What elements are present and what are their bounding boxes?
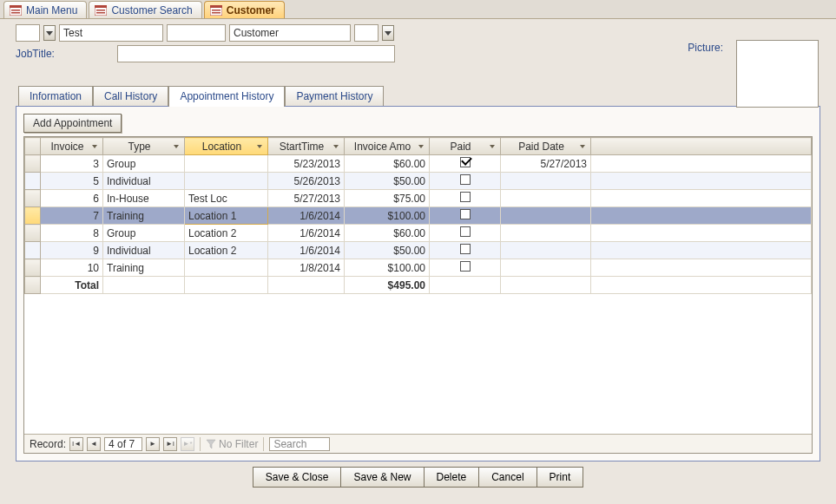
cell[interactable]: 5 [41, 173, 103, 190]
chevron-down-icon[interactable] [255, 142, 264, 151]
cell[interactable] [501, 207, 591, 225]
window-tab-customer-search[interactable]: Customer Search [89, 1, 201, 18]
cell[interactable] [25, 242, 41, 259]
cell[interactable] [185, 259, 268, 277]
col-starttime[interactable]: StartTime [268, 138, 345, 155]
cell[interactable] [501, 259, 591, 277]
cell[interactable] [25, 259, 41, 277]
chevron-down-icon[interactable] [90, 142, 99, 151]
nav-prev-button[interactable]: ◄ [87, 437, 101, 451]
table-row[interactable]: 7TrainingLocation 11/6/2014$100.00 [25, 207, 812, 225]
row-selector-header[interactable] [25, 138, 41, 155]
cell[interactable]: 9 [41, 242, 103, 259]
nav-next-button[interactable]: ► [146, 437, 160, 451]
cell[interactable]: $60.00 [345, 225, 430, 242]
prefix-combo[interactable] [16, 24, 40, 42]
table-row[interactable]: 5Individual5/26/2013$50.00 [25, 173, 812, 190]
nav-last-button[interactable]: ►I [163, 437, 177, 451]
cell[interactable]: Group [103, 225, 185, 242]
cell[interactable]: Individual [103, 173, 185, 190]
chevron-down-icon[interactable] [488, 142, 497, 151]
nav-first-button[interactable]: I◄ [69, 437, 83, 451]
cell[interactable] [591, 242, 812, 259]
chevron-down-icon[interactable] [172, 142, 181, 151]
chevron-down-icon[interactable] [578, 142, 587, 151]
tab-appointment-history[interactable]: Appointment History [168, 86, 285, 107]
table-row[interactable]: 8GroupLocation 21/6/2014$60.00 [25, 225, 812, 242]
cell[interactable] [185, 173, 268, 190]
col-type[interactable]: Type [103, 138, 185, 155]
col-paid[interactable]: Paid [430, 138, 501, 155]
cell[interactable] [430, 173, 501, 190]
cell[interactable]: Test Loc [185, 190, 268, 207]
col-invoice-amount[interactable]: Invoice Amo [345, 138, 430, 155]
cell[interactable]: 5/26/2013 [268, 173, 345, 190]
tab-call-history[interactable]: Call History [93, 86, 168, 106]
cell[interactable]: $50.00 [345, 173, 430, 190]
suffix-combo-button[interactable] [382, 25, 394, 41]
cell[interactable] [430, 190, 501, 207]
record-position[interactable]: 4 of 7 [104, 437, 142, 451]
col-location[interactable]: Location [185, 138, 268, 155]
search-input[interactable]: Search [269, 437, 330, 451]
cell[interactable]: 1/6/2014 [268, 225, 345, 242]
window-tab-main-menu[interactable]: Main Menu [3, 1, 87, 18]
table-row[interactable]: 10Training1/8/2014$100.00 [25, 259, 812, 277]
cell[interactable]: 5/27/2013 [268, 190, 345, 207]
cell[interactable] [25, 207, 41, 225]
delete-button[interactable]: Delete [425, 467, 480, 488]
cell[interactable] [25, 173, 41, 190]
cell[interactable] [185, 155, 268, 173]
cell[interactable]: Location 2 [185, 242, 268, 259]
cell[interactable]: $100.00 [345, 259, 430, 277]
cell[interactable]: $100.00 [345, 207, 430, 225]
cancel-button[interactable]: Cancel [479, 467, 536, 488]
cell[interactable] [591, 259, 812, 277]
cell[interactable]: 1/6/2014 [268, 242, 345, 259]
paid-checkbox[interactable] [460, 192, 471, 202]
cell[interactable]: Training [103, 207, 185, 225]
cell[interactable]: Group [103, 155, 185, 173]
tab-payment-history[interactable]: Payment History [285, 86, 384, 106]
table-row[interactable]: 3Group5/23/2013$60.005/27/2013 [25, 155, 812, 173]
cell[interactable] [25, 225, 41, 242]
cell[interactable]: In-House [103, 190, 185, 207]
save-new-button[interactable]: Save & New [341, 467, 424, 488]
cell[interactable]: $75.00 [345, 190, 430, 207]
cell[interactable] [591, 207, 812, 225]
paid-checkbox[interactable] [460, 174, 471, 185]
cell[interactable]: $60.00 [345, 155, 430, 173]
cell[interactable] [430, 207, 501, 225]
cell[interactable] [25, 190, 41, 207]
col-invoice[interactable]: Invoice [41, 138, 103, 155]
middle-name-field[interactable] [167, 24, 226, 42]
cell[interactable]: 3 [41, 155, 103, 173]
cell[interactable] [501, 173, 591, 190]
window-tab-customer[interactable]: Customer [204, 1, 285, 18]
cell[interactable]: 1/8/2014 [268, 259, 345, 277]
no-filter-indicator[interactable]: No Filter [206, 438, 258, 450]
cell[interactable]: Training [103, 259, 185, 277]
cell[interactable] [430, 155, 501, 173]
paid-checkbox[interactable] [460, 244, 471, 254]
nav-new-button[interactable]: ►* [181, 437, 194, 451]
cell[interactable] [501, 225, 591, 242]
paid-checkbox[interactable] [460, 226, 471, 237]
cell[interactable] [25, 155, 41, 173]
cell[interactable]: 6 [41, 190, 103, 207]
cell[interactable]: 5/23/2013 [268, 155, 345, 173]
cell[interactable]: Individual [103, 242, 185, 259]
last-name-field[interactable]: Customer [229, 24, 351, 42]
prefix-combo-button[interactable] [43, 25, 56, 41]
cell[interactable] [430, 242, 501, 259]
cell[interactable] [591, 173, 812, 190]
chevron-down-icon[interactable] [417, 142, 425, 151]
cell[interactable] [591, 225, 812, 242]
picture-box[interactable] [736, 40, 819, 108]
table-row[interactable]: 9IndividualLocation 21/6/2014$50.00 [25, 242, 812, 259]
suffix-combo[interactable] [354, 24, 379, 42]
print-button[interactable]: Print [537, 467, 584, 488]
paid-checkbox[interactable] [460, 157, 471, 167]
cell[interactable]: 1/6/2014 [268, 207, 345, 225]
cell[interactable]: 8 [41, 225, 103, 242]
